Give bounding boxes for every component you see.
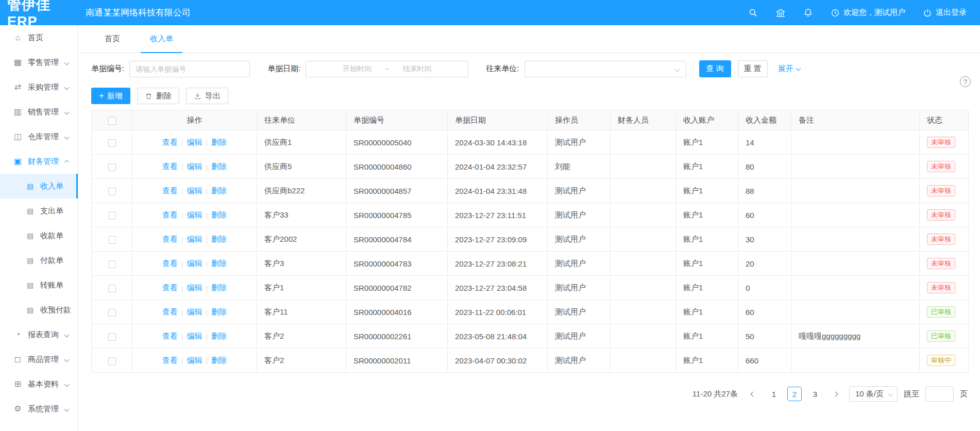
query-button[interactable]: 查 询 bbox=[699, 60, 731, 77]
edit-link[interactable]: 编辑 bbox=[187, 235, 202, 243]
cell-partner: 客户1 bbox=[257, 276, 346, 300]
view-link[interactable]: 查看 bbox=[162, 259, 178, 268]
row-checkbox[interactable] bbox=[108, 236, 116, 244]
row-checkbox[interactable] bbox=[108, 163, 116, 171]
sidebar-item[interactable]: 支出单 bbox=[0, 198, 78, 223]
row-checkbox[interactable] bbox=[108, 285, 116, 292]
welcome-user[interactable]: 欢迎您，测试用户 bbox=[831, 8, 905, 18]
row-checkbox[interactable] bbox=[108, 212, 116, 220]
delete-link[interactable]: 删除 bbox=[211, 186, 227, 195]
sidebar-item[interactable]: 报表查询 bbox=[0, 322, 78, 347]
row-checkbox[interactable] bbox=[108, 333, 116, 341]
edit-link[interactable]: 编辑 bbox=[187, 162, 202, 171]
page-1-button[interactable]: 1 bbox=[767, 387, 781, 401]
bill-no-input[interactable] bbox=[129, 61, 250, 77]
tab-income-bill[interactable]: 收入单 bbox=[141, 25, 182, 53]
status-badge: 已审核 bbox=[927, 306, 955, 318]
view-link[interactable]: 查看 bbox=[162, 162, 178, 171]
prev-page-button[interactable] bbox=[746, 387, 761, 401]
bank-icon[interactable] bbox=[775, 8, 786, 18]
search-icon[interactable] bbox=[748, 8, 758, 18]
logout-button[interactable]: 退出登录 bbox=[923, 8, 967, 18]
delete-link[interactable]: 删除 bbox=[211, 259, 227, 268]
edit-link[interactable]: 编辑 bbox=[187, 210, 202, 219]
table-row: 查看编辑删除 供应商1 SR00000005040 2024-03-30 14:… bbox=[92, 130, 969, 155]
cell-amount: 60 bbox=[738, 300, 791, 324]
sidebar-item[interactable]: 商品管理 bbox=[0, 347, 78, 372]
edit-link[interactable]: 编辑 bbox=[187, 331, 202, 340]
date-separator: ~ bbox=[385, 65, 389, 73]
view-link[interactable]: 查看 bbox=[162, 356, 178, 364]
tab-home[interactable]: 首页 bbox=[95, 25, 129, 53]
sidebar-item[interactable]: 转账单 bbox=[0, 273, 78, 297]
view-link[interactable]: 查看 bbox=[162, 138, 178, 146]
edit-link[interactable]: 编辑 bbox=[187, 186, 202, 195]
doc-icon bbox=[26, 183, 35, 190]
delete-link[interactable]: 删除 bbox=[211, 138, 227, 146]
row-checkbox[interactable] bbox=[108, 139, 116, 147]
next-page-button[interactable] bbox=[829, 387, 843, 401]
add-button[interactable]: + 新增 bbox=[91, 88, 130, 104]
delete-link[interactable]: 删除 bbox=[211, 331, 227, 340]
delete-link[interactable]: 删除 bbox=[211, 307, 227, 316]
view-link[interactable]: 查看 bbox=[162, 186, 178, 195]
edit-link[interactable]: 编辑 bbox=[187, 356, 202, 364]
delete-link[interactable]: 删除 bbox=[211, 162, 227, 171]
sidebar-item[interactable]: 系统管理 bbox=[0, 396, 78, 421]
sidebar-item[interactable]: 付款单 bbox=[0, 248, 78, 273]
page-2-button[interactable]: 2 bbox=[787, 387, 802, 401]
date-range-picker[interactable]: 开始时间 ~ 结束时间 bbox=[306, 61, 468, 77]
delete-link[interactable]: 删除 bbox=[211, 235, 227, 243]
sidebar-item[interactable]: 收款单 bbox=[0, 223, 78, 248]
chevron-icon bbox=[64, 406, 70, 411]
edit-link[interactable]: 编辑 bbox=[187, 259, 202, 268]
cell-amount: 0 bbox=[738, 276, 791, 300]
help-icon[interactable] bbox=[960, 76, 971, 87]
row-checkbox[interactable] bbox=[108, 357, 116, 365]
sidebar-item[interactable]: 采购管理 bbox=[0, 75, 78, 100]
op-separator bbox=[206, 187, 208, 195]
page-3-button[interactable]: 3 bbox=[808, 387, 822, 401]
partner-select[interactable] bbox=[525, 61, 686, 77]
export-button[interactable]: 导出 bbox=[186, 88, 228, 104]
view-link[interactable]: 查看 bbox=[162, 307, 178, 316]
row-checkbox[interactable] bbox=[108, 188, 116, 195]
sidebar-item[interactable]: 仓库管理 bbox=[0, 124, 78, 149]
edit-link[interactable]: 编辑 bbox=[187, 307, 202, 316]
bell-icon[interactable] bbox=[803, 8, 813, 18]
delete-link[interactable]: 删除 bbox=[211, 356, 227, 364]
row-checkbox[interactable] bbox=[108, 309, 116, 317]
delete-link[interactable]: 删除 bbox=[211, 210, 227, 219]
pagination: 11-20 共27条 1 2 3 10 条/页 跳至 页 bbox=[79, 373, 980, 402]
cell-finance bbox=[611, 203, 676, 227]
sidebar-item[interactable]: 收入单 bbox=[0, 174, 78, 198]
reset-button[interactable]: 重 置 bbox=[738, 60, 768, 77]
page-size-select[interactable]: 10 条/页 bbox=[849, 386, 898, 402]
view-link[interactable]: 查看 bbox=[162, 331, 178, 340]
row-checkbox[interactable] bbox=[108, 260, 116, 268]
sales-icon bbox=[13, 108, 22, 116]
view-link[interactable]: 查看 bbox=[162, 235, 178, 243]
expand-toggle[interactable]: 展开 bbox=[778, 64, 800, 74]
cell-account: 账户1 bbox=[676, 203, 738, 227]
date-start-placeholder: 开始时间 bbox=[343, 64, 371, 74]
view-link[interactable]: 查看 bbox=[162, 283, 178, 292]
edit-link[interactable]: 编辑 bbox=[187, 138, 202, 146]
sidebar-item[interactable]: 财务管理 bbox=[0, 149, 78, 174]
delete-button[interactable]: 删除 bbox=[137, 88, 179, 104]
edit-link[interactable]: 编辑 bbox=[187, 283, 202, 292]
jump-page-input[interactable] bbox=[925, 386, 954, 402]
sidebar-item[interactable]: 基本资料 bbox=[0, 372, 78, 396]
cell-remark: 嘎嘎嘎ggggggggg bbox=[791, 324, 920, 349]
view-link[interactable]: 查看 bbox=[162, 210, 178, 219]
chevron-down-icon bbox=[674, 67, 680, 72]
bill-date-label: 单据日期: bbox=[267, 64, 300, 74]
sidebar-item[interactable]: 收预付款 bbox=[0, 297, 78, 322]
table-row: 查看编辑删除 客户2002 SR00000004784 2023-12-27 2… bbox=[92, 227, 969, 252]
trash-icon bbox=[145, 92, 153, 100]
sidebar-item[interactable]: 销售管理 bbox=[0, 100, 78, 124]
sidebar-item[interactable]: 零售管理 bbox=[0, 50, 78, 75]
delete-link[interactable]: 删除 bbox=[211, 283, 227, 292]
bill-no-label: 单据编号: bbox=[91, 64, 124, 74]
select-all-checkbox[interactable] bbox=[108, 117, 116, 125]
